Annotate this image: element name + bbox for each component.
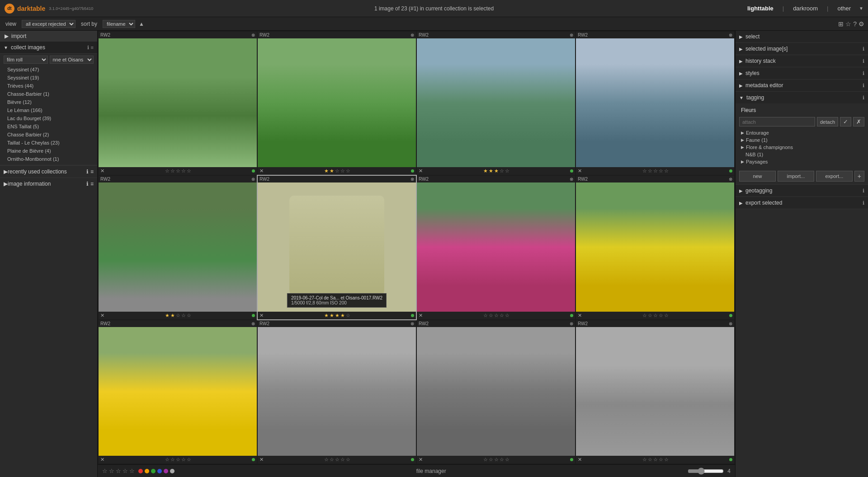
thumb-stars-4[interactable]: ☆☆☆☆☆: [642, 168, 669, 174]
grid-view-icon[interactable]: ⊞: [838, 20, 844, 28]
sort-select[interactable]: filename: [103, 20, 135, 28]
list-item[interactable]: Bièvre (12): [4, 98, 94, 106]
recently-menu-icon[interactable]: ≡: [90, 168, 94, 175]
thumb-x-4[interactable]: ✕: [578, 168, 582, 174]
list-item[interactable]: Ornitho-Montbonnot (1): [4, 155, 94, 163]
thumbnail-12[interactable]: RW2 ⊗ ✕ ☆☆☆☆☆: [576, 320, 734, 463]
color-filter-purple[interactable]: [164, 469, 168, 473]
thumb-stars-10[interactable]: ☆☆☆☆☆: [324, 457, 350, 463]
selected-info-icon[interactable]: ℹ: [863, 46, 864, 52]
styles-section-header[interactable]: ▶ styles ℹ: [736, 67, 868, 79]
geotagging-header[interactable]: ▶ geotagging ℹ: [736, 185, 868, 196]
list-item[interactable]: Taillat - Le Cheylas (23): [4, 139, 94, 147]
styles-info-icon[interactable]: ℹ: [863, 70, 864, 76]
imginfo-menu-icon[interactable]: ≡: [90, 181, 94, 187]
reject-icon-6[interactable]: ⊗: [410, 177, 414, 182]
image-information-header[interactable]: ▶ image information ℹ ≡: [0, 178, 97, 190]
thumb-stars-1[interactable]: ☆☆☆☆☆: [165, 168, 191, 174]
tag-tree-item-faune[interactable]: ▶ Faune (1): [739, 136, 864, 144]
thumb-stars-3[interactable]: ★★★☆☆: [483, 168, 509, 174]
tag-tree-item-nb[interactable]: N&B (1): [739, 151, 864, 158]
metadata-info-icon[interactable]: ℹ: [863, 83, 864, 89]
thumb-x-10[interactable]: ✕: [259, 457, 264, 463]
tag-deny-button[interactable]: ✗: [853, 117, 864, 126]
zoom-slider[interactable]: [688, 468, 724, 475]
reject-icon-12[interactable]: ⊗: [729, 321, 732, 326]
thumb-stars-12[interactable]: ☆☆☆☆☆: [642, 457, 669, 463]
import-button[interactable]: ▶ import: [0, 31, 97, 42]
color-filter-blue[interactable]: [157, 469, 162, 473]
thumb-x-3[interactable]: ✕: [419, 168, 423, 174]
tag-new-button[interactable]: new: [739, 171, 776, 182]
lighttable-mode-btn[interactable]: lighttable: [743, 4, 778, 13]
thumbnail-7[interactable]: RW2 ⊗ ✕ ☆☆☆☆☆: [417, 176, 575, 319]
rating-filter-stars[interactable]: ☆ ☆ ☆ ☆ ☆: [102, 468, 135, 474]
thumbnail-10[interactable]: RW2 ⊗ ✕ ☆☆☆☆☆: [258, 320, 416, 463]
reject-icon-1[interactable]: ⊗: [251, 33, 255, 37]
list-item[interactable]: ENS Taillat (5): [4, 122, 94, 131]
thumbnail-3[interactable]: RW2 ⊗ ✕ ★★★☆☆: [417, 32, 575, 175]
darkroom-mode-btn[interactable]: darkroom: [788, 4, 822, 13]
thumb-x-1[interactable]: ✕: [100, 168, 104, 174]
reject-icon-4[interactable]: ⊗: [729, 33, 732, 37]
thumb-stars-11[interactable]: ☆☆☆☆☆: [483, 457, 509, 463]
thumb-stars-5[interactable]: ★★☆☆☆: [165, 313, 191, 318]
thumbnail-4[interactable]: RW2 ⊗ ✕ ☆☆☆☆☆: [576, 32, 734, 175]
collect-info-icon[interactable]: ℹ: [87, 45, 89, 51]
collect-images-header[interactable]: ▼ collect images ℹ ≡: [0, 42, 97, 54]
help-icon[interactable]: ?: [853, 20, 857, 28]
thumb-x-11[interactable]: ✕: [419, 457, 423, 463]
mode-expand-icon[interactable]: ▼: [859, 6, 863, 11]
thumbnail-8[interactable]: RW2 ⊗ ✕ ☆☆☆☆☆: [576, 176, 734, 319]
thumb-x-8[interactable]: ✕: [578, 313, 582, 318]
collect-menu-icon[interactable]: ≡: [91, 45, 94, 51]
thumb-x-7[interactable]: ✕: [419, 313, 423, 318]
select-section-header[interactable]: ▶ select: [736, 31, 868, 42]
thumbnail-6[interactable]: RW2 ⊗ 2019-06-27-Col de Sa... et Oisans-…: [258, 176, 416, 319]
export-info-icon[interactable]: ℹ: [863, 200, 864, 206]
list-item[interactable]: Trièves (44): [4, 82, 94, 90]
thumb-x-6[interactable]: ✕: [259, 313, 264, 318]
list-item[interactable]: Chasse Barbier (2): [4, 131, 94, 139]
tag-tree-item-entourage[interactable]: ▶ Entourage: [739, 129, 864, 136]
imginfo-info-icon[interactable]: ℹ: [86, 181, 89, 187]
thumb-stars-8[interactable]: ☆☆☆☆☆: [642, 313, 669, 318]
recently-info-icon[interactable]: ℹ: [86, 168, 89, 175]
thumbnail-1[interactable]: RW2 ⊗ ✕ ☆☆☆☆☆: [99, 32, 257, 175]
tag-attach-input[interactable]: [739, 117, 815, 126]
thumb-x-9[interactable]: ✕: [100, 457, 104, 463]
list-item[interactable]: Lac du Bourget (39): [4, 114, 94, 122]
list-item[interactable]: Seyssinet (19): [4, 74, 94, 82]
tag-confirm-button[interactable]: ✓: [840, 117, 851, 126]
list-item[interactable]: Chasse-Barbier (1): [4, 90, 94, 98]
reject-icon-5[interactable]: ⊗: [251, 177, 255, 182]
color-filter-green[interactable]: [151, 469, 156, 473]
thumbnail-11[interactable]: RW2 ⊗ ✕ ☆☆☆☆☆: [417, 320, 575, 463]
color-filter-gray[interactable]: [170, 469, 175, 473]
thumbnail-2[interactable]: RW2 ⊗ ✕ ★★☆☆☆: [258, 32, 416, 175]
history-info-icon[interactable]: ℹ: [863, 58, 864, 64]
reject-icon-7[interactable]: ⊗: [570, 177, 573, 182]
geotagging-info-icon[interactable]: ℹ: [863, 188, 864, 194]
reject-icon-3[interactable]: ⊗: [570, 33, 573, 37]
thumb-x-5[interactable]: ✕: [100, 313, 104, 318]
settings-icon[interactable]: ⚙: [859, 20, 864, 28]
tagging-info-icon[interactable]: ℹ: [863, 95, 864, 101]
thumb-stars-9[interactable]: ☆☆☆☆☆: [165, 457, 191, 463]
thumb-x-12[interactable]: ✕: [578, 457, 582, 463]
tagging-section-header[interactable]: ▼ tagging ℹ: [736, 92, 868, 103]
thumb-stars-2[interactable]: ★★☆☆☆: [324, 168, 350, 174]
color-filter-orange[interactable]: [145, 469, 149, 473]
recently-used-header[interactable]: ▶ recently used collections ℹ ≡: [0, 165, 97, 178]
film-roll-select[interactable]: film roll: [4, 56, 48, 64]
tag-add-button[interactable]: +: [854, 171, 864, 182]
color-filter-red[interactable]: [138, 469, 143, 473]
list-item[interactable]: Plaine de Bièvre (4): [4, 147, 94, 155]
tag-import-button[interactable]: import...: [778, 171, 814, 182]
list-item[interactable]: Le Léman (166): [4, 106, 94, 114]
export-selected-header[interactable]: ▶ export selected ℹ: [736, 197, 868, 209]
tag-export-button[interactable]: export...: [816, 171, 853, 182]
reject-icon-8[interactable]: ⊗: [729, 177, 732, 182]
history-stack-header[interactable]: ▶ history stack ℹ: [736, 55, 868, 67]
other-mode-btn[interactable]: other: [833, 4, 855, 13]
